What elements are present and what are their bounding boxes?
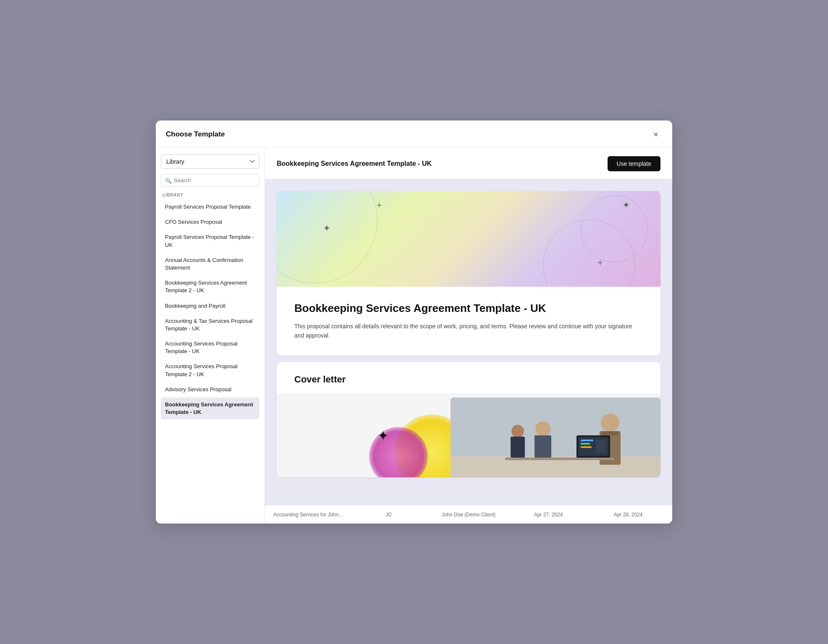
preview-title: Bookkeeping Services Agreement Template … xyxy=(294,302,643,315)
svg-point-3 xyxy=(601,414,619,432)
status-item-1: Accounting Services for John Doe xyxy=(273,512,345,518)
svg-rect-13 xyxy=(581,440,593,441)
preview-description: Bookkeeping Services Agreement Template … xyxy=(277,287,660,356)
deco-star-4: + xyxy=(597,258,603,267)
status-item-3: John Doe (Demo Client) xyxy=(433,512,504,518)
cover-banner: ✦ xyxy=(277,393,660,477)
sidebar-item-accounting-tax-uk[interactable]: Accounting & Tax Services Proposal Templ… xyxy=(161,314,259,336)
deco-cover-star: ✦ xyxy=(377,428,389,444)
search-input[interactable] xyxy=(161,174,259,187)
main-content: Bookkeeping Services Agreement Template … xyxy=(265,148,672,524)
sidebar-list: Payroll Services Proposal TemplateCFO Se… xyxy=(161,200,259,517)
svg-point-9 xyxy=(511,425,524,437)
preview-banner: ✦ + ✦ + xyxy=(277,191,660,287)
status-item-4: Apr 27, 2024 xyxy=(513,512,584,518)
svg-rect-14 xyxy=(581,443,590,445)
cover-letter-title: Cover letter xyxy=(294,374,643,385)
search-wrap: 🔍 xyxy=(161,174,259,187)
deco-circle-1 xyxy=(277,191,377,283)
svg-rect-17 xyxy=(505,458,614,460)
sidebar-item-advisory-services[interactable]: Advisory Services Proposal xyxy=(161,382,259,397)
status-item-5: Apr 28, 2024 xyxy=(592,512,664,518)
sidebar-item-annual-accounts[interactable]: Annual Accounts & Confirmation Statement xyxy=(161,253,259,275)
deco-star-3: ✦ xyxy=(622,201,630,210)
main-template-title: Bookkeeping Services Agreement Template … xyxy=(277,160,432,168)
modal-body: Library My Templates 🔍 LIBRARY Payroll S… xyxy=(156,148,672,524)
sidebar-item-payroll-services[interactable]: Payroll Services Proposal Template xyxy=(161,200,259,214)
sidebar-item-bookkeeping-2-uk[interactable]: Bookkeeping Services Agreement Template … xyxy=(161,276,259,298)
cover-card-header: Cover letter xyxy=(277,362,660,393)
svg-rect-10 xyxy=(511,437,525,458)
deco-star-2: + xyxy=(377,201,382,210)
cover-photo xyxy=(451,398,660,477)
sidebar: Library My Templates 🔍 LIBRARY Payroll S… xyxy=(156,148,265,524)
preview-card: ✦ + ✦ + Bookkeeping Services Agreement T… xyxy=(277,191,660,356)
use-template-button[interactable]: Use template xyxy=(608,156,660,171)
sidebar-item-cfo-services[interactable]: CFO Services Proposal xyxy=(161,215,259,229)
status-bar: Accounting Services for John Doe JC John… xyxy=(265,505,672,524)
main-scroll: ✦ + ✦ + Bookkeeping Services Agreement T… xyxy=(265,179,672,505)
close-button[interactable]: × xyxy=(650,128,662,141)
preview-text: This proposal contains all details relev… xyxy=(294,322,643,340)
deco-star-1: ✦ xyxy=(323,224,330,233)
people-illustration xyxy=(451,398,660,477)
svg-point-7 xyxy=(535,421,550,437)
svg-rect-5 xyxy=(602,431,618,435)
modal-header: Choose Template × xyxy=(156,120,672,148)
modal-overlay: Choose Template × Library My Templates 🔍… xyxy=(0,0,828,644)
sidebar-item-payroll-services-uk[interactable]: Payroll Services Proposal Template - UK xyxy=(161,230,259,252)
status-item-2: JC xyxy=(353,512,424,518)
search-icon: 🔍 xyxy=(165,177,172,183)
modal: Choose Template × Library My Templates 🔍… xyxy=(156,120,672,524)
sidebar-item-bookkeeping-uk[interactable]: Bookkeeping Services Agreement Template … xyxy=(161,398,259,419)
svg-rect-8 xyxy=(535,435,551,458)
main-header: Bookkeeping Services Agreement Template … xyxy=(265,148,672,179)
library-section-label: LIBRARY xyxy=(161,193,259,197)
sidebar-item-accounting-services-uk[interactable]: Accounting Services Proposal Template - … xyxy=(161,337,259,359)
modal-title: Choose Template xyxy=(166,130,225,139)
sidebar-item-bookkeeping-payroll[interactable]: Bookkeeping and Payroll xyxy=(161,299,259,313)
deco-circle-3 xyxy=(581,195,648,262)
svg-rect-16 xyxy=(596,440,606,453)
cover-letter-card: Cover letter ✦ xyxy=(277,362,660,477)
svg-rect-15 xyxy=(581,446,592,448)
library-dropdown[interactable]: Library My Templates xyxy=(161,154,259,169)
sidebar-item-accounting-services-2-uk[interactable]: Accounting Services Proposal Template 2 … xyxy=(161,359,259,381)
